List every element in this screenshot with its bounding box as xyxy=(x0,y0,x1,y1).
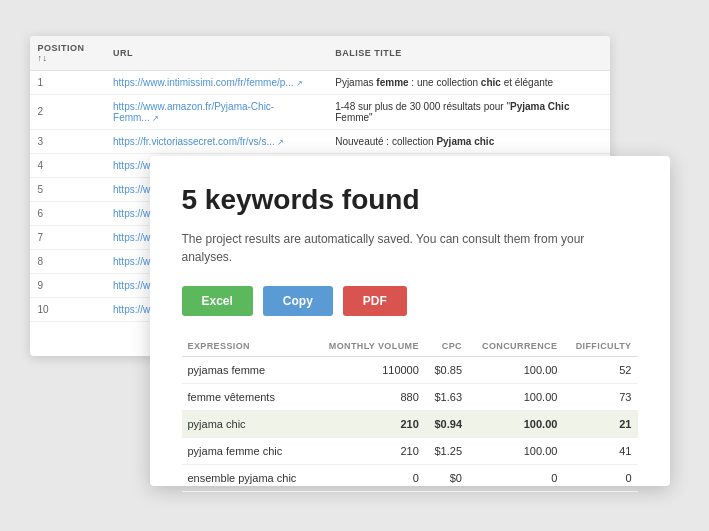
kw-col-difficulty: DIFFICULTY xyxy=(563,336,637,357)
serp-position: 8 xyxy=(30,249,106,273)
keywords-table: EXPRESSION MONTHLY VOLUME CPC CONCURRENC… xyxy=(182,336,638,492)
serp-row: 1https://www.intimissimi.com/fr/femme/p.… xyxy=(30,70,610,94)
serp-position: 9 xyxy=(30,273,106,297)
external-link-icon: ↗ xyxy=(296,79,303,88)
kw-cell-cpc: $1.63 xyxy=(425,383,468,410)
kw-cell-concurrence: 0 xyxy=(468,464,563,491)
pdf-button[interactable]: PDF xyxy=(343,286,407,316)
col-title: BALISE TITLE xyxy=(327,36,609,71)
col-position: POSITION ↑↓ xyxy=(30,36,106,71)
serp-title: 1-48 sur plus de 30 000 résultats pour "… xyxy=(327,94,609,129)
kw-cell-expression: pyjamas femme xyxy=(182,356,314,383)
serp-title: Nouveauté : collection Pyjama chic xyxy=(327,129,609,153)
kw-cell-volume: 210 xyxy=(313,437,424,464)
export-buttons: Excel Copy PDF xyxy=(182,286,638,316)
kw-cell-difficulty: 41 xyxy=(563,437,637,464)
kw-col-cpc: CPC xyxy=(425,336,468,357)
kw-cell-difficulty: 52 xyxy=(563,356,637,383)
kw-cell-concurrence: 100.00 xyxy=(468,356,563,383)
kw-row: pyjama chic210$0.94100.0021 xyxy=(182,410,638,437)
copy-button[interactable]: Copy xyxy=(263,286,333,316)
kw-cell-concurrence: 100.00 xyxy=(468,410,563,437)
serp-position: 2 xyxy=(30,94,106,129)
serp-position: 6 xyxy=(30,201,106,225)
kw-cell-cpc: $0.85 xyxy=(425,356,468,383)
kw-cell-expression: pyjama femme chic xyxy=(182,437,314,464)
serp-position: 3 xyxy=(30,129,106,153)
kw-col-concurrence: CONCURRENCE xyxy=(468,336,563,357)
kw-cell-cpc: $0 xyxy=(425,464,468,491)
kw-cell-expression: ensemble pyjama chic xyxy=(182,464,314,491)
col-url: URL xyxy=(105,36,327,71)
kw-cell-cpc: $0.94 xyxy=(425,410,468,437)
serp-url: https://fr.victoriassecret.com/fr/vs/s..… xyxy=(105,129,327,153)
kw-cell-volume: 0 xyxy=(313,464,424,491)
kw-cell-concurrence: 100.00 xyxy=(468,437,563,464)
kw-cell-expression: femme vêtements xyxy=(182,383,314,410)
serp-row: 2https://www.amazon.fr/Pyjama-Chic-Femm.… xyxy=(30,94,610,129)
serp-position: 10 xyxy=(30,297,106,321)
kw-cell-expression: pyjama chic xyxy=(182,410,314,437)
kw-row: ensemble pyjama chic0$000 xyxy=(182,464,638,491)
kw-cell-difficulty: 21 xyxy=(563,410,637,437)
serp-position: 4 xyxy=(30,153,106,177)
kw-cell-difficulty: 0 xyxy=(563,464,637,491)
kw-col-expression: EXPRESSION xyxy=(182,336,314,357)
kw-cell-volume: 880 xyxy=(313,383,424,410)
kw-col-volume: MONTHLY VOLUME xyxy=(313,336,424,357)
main-scene: POSITION ↑↓ URL BALISE TITLE 1https://ww… xyxy=(30,36,680,496)
kw-cell-volume: 210 xyxy=(313,410,424,437)
kw-cell-difficulty: 73 xyxy=(563,383,637,410)
excel-button[interactable]: Excel xyxy=(182,286,253,316)
serp-position: 7 xyxy=(30,225,106,249)
serp-url: https://www.amazon.fr/Pyjama-Chic-Femm..… xyxy=(105,94,327,129)
kw-cell-concurrence: 100.00 xyxy=(468,383,563,410)
serp-position: 1 xyxy=(30,70,106,94)
serp-position: 5 xyxy=(30,177,106,201)
keywords-card: 5 keywords found The project results are… xyxy=(150,156,670,486)
external-link-icon: ↗ xyxy=(277,138,284,147)
kw-cell-cpc: $1.25 xyxy=(425,437,468,464)
external-link-icon: ↗ xyxy=(152,114,159,123)
kw-row: pyjama femme chic210$1.25100.0041 xyxy=(182,437,638,464)
kw-cell-volume: 110000 xyxy=(313,356,424,383)
kw-row: femme vêtements880$1.63100.0073 xyxy=(182,383,638,410)
kw-row: pyjamas femme110000$0.85100.0052 xyxy=(182,356,638,383)
serp-row: 3https://fr.victoriassecret.com/fr/vs/s.… xyxy=(30,129,610,153)
keywords-heading: 5 keywords found xyxy=(182,184,638,216)
serp-title: Pyjamas femme : une collection chic et é… xyxy=(327,70,609,94)
serp-url: https://www.intimissimi.com/fr/femme/p..… xyxy=(105,70,327,94)
keywords-subtitle: The project results are automatically sa… xyxy=(182,230,638,266)
